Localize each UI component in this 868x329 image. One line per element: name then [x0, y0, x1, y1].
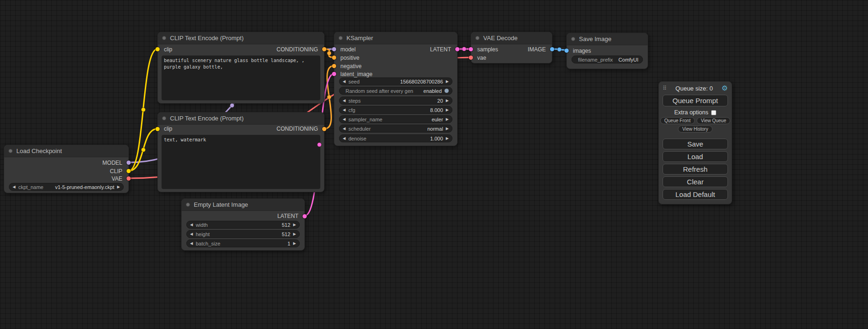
widget-random-seed-toggle[interactable]: Random seed after every gen enabled: [339, 87, 452, 95]
widget-seed[interactable]: ◀ seed 156680208700286 ▶: [339, 77, 452, 85]
widget-sampler-name[interactable]: ◀ sampler_name euler ▶: [339, 115, 452, 123]
input-dot-positive[interactable]: [332, 56, 336, 60]
output-dot-latent[interactable]: [303, 214, 307, 218]
input-dot-model[interactable]: [332, 47, 336, 51]
collapse-dot[interactable]: [186, 203, 190, 207]
widget-label: sampler_name: [348, 117, 382, 122]
collapse-dot[interactable]: [571, 37, 575, 41]
input-dot-clip[interactable]: [155, 47, 160, 51]
load-button[interactable]: Load: [663, 151, 728, 162]
clear-button[interactable]: Clear: [663, 176, 728, 187]
widget-cfg[interactable]: ◀ cfg 8.000 ▶: [339, 106, 452, 114]
increment-arrow-icon[interactable]: ▶: [446, 108, 449, 112]
widget-width[interactable]: ◀ width 512 ▶: [186, 221, 300, 229]
link-dot-clip-positive: [141, 108, 146, 112]
output-dot-clip[interactable]: [127, 169, 131, 173]
toggle-dot[interactable]: [445, 89, 449, 93]
node-title-bar[interactable]: CLIP Text Encode (Prompt): [158, 112, 324, 125]
load-default-button[interactable]: Load Default: [663, 189, 728, 200]
increment-arrow-icon[interactable]: ▶: [293, 232, 296, 236]
link-dot-model: [230, 104, 234, 108]
save-button[interactable]: Save: [663, 139, 728, 149]
menu-header: ⠿ Queue size: 0 ⚙: [659, 82, 732, 93]
output-slot-conditioning: CONDITIONING: [276, 46, 318, 53]
node-load-checkpoint[interactable]: Load Checkpoint MODEL CLIP VAE ◀ ckpt_na…: [4, 145, 129, 193]
widget-height[interactable]: ◀ height 512 ▶: [186, 230, 300, 238]
node-save-image[interactable]: Save Image images filename_prefix ComfyU…: [566, 33, 648, 69]
output-dot-conditioning[interactable]: [322, 47, 326, 51]
increment-arrow-icon[interactable]: ▶: [293, 242, 296, 245]
widget-label: seed: [348, 79, 360, 84]
extra-options-checkbox[interactable]: [711, 110, 716, 115]
output-dot-conditioning[interactable]: [322, 127, 326, 131]
node-empty-latent-image[interactable]: Empty Latent Image LATENT ◀ width 512 ▶ …: [181, 198, 305, 251]
increment-arrow-icon[interactable]: ▶: [446, 118, 449, 121]
queue-prompt-button[interactable]: Queue Prompt: [663, 95, 728, 106]
increment-arrow-icon[interactable]: ▶: [446, 99, 449, 103]
input-dot-latent-image[interactable]: [332, 72, 336, 76]
node-title-bar[interactable]: Load Checkpoint: [4, 145, 128, 157]
view-history-button[interactable]: View History: [678, 126, 712, 133]
decrement-arrow-icon[interactable]: ◀: [13, 185, 15, 189]
prompt-textarea[interactable]: beautiful scenery nature glass bottle la…: [162, 56, 320, 100]
collapse-dot[interactable]: [475, 36, 480, 40]
widget-batch-size[interactable]: ◀ batch_size 1 ▶: [186, 239, 300, 247]
input-dot-samples[interactable]: [469, 47, 473, 51]
output-dot-latent[interactable]: [455, 47, 459, 51]
input-dot-clip[interactable]: [155, 127, 160, 131]
decrement-arrow-icon[interactable]: ◀: [343, 118, 346, 121]
decrement-arrow-icon[interactable]: ◀: [190, 223, 193, 227]
output-dot-vae[interactable]: [127, 176, 131, 181]
widget-denoise[interactable]: ◀ denoise 1.000 ▶: [339, 134, 452, 142]
refresh-button[interactable]: Refresh: [663, 164, 728, 175]
decrement-arrow-icon[interactable]: ◀: [343, 137, 346, 140]
decrement-arrow-icon[interactable]: ◀: [190, 242, 193, 245]
decrement-arrow-icon[interactable]: ◀: [190, 232, 193, 236]
node-title-bar[interactable]: CLIP Text Encode (Prompt): [158, 32, 324, 44]
increment-arrow-icon[interactable]: ▶: [117, 185, 120, 189]
node-title-bar[interactable]: Save Image: [567, 33, 648, 45]
node-clip-text-encode-negative[interactable]: CLIP Text Encode (Prompt) clip CONDITION…: [157, 112, 325, 192]
queue-front-button[interactable]: Queue Front: [660, 117, 695, 124]
wire-clip-negative: [129, 129, 157, 171]
node-title-bar[interactable]: VAE Decode: [471, 32, 552, 44]
increment-arrow-icon[interactable]: ▶: [293, 223, 296, 227]
decrement-arrow-icon[interactable]: ◀: [343, 127, 346, 131]
collapse-dot[interactable]: [8, 149, 13, 153]
output-dot-image[interactable]: [550, 47, 554, 51]
output-slot-model: MODEL: [102, 160, 122, 166]
node-title-bar[interactable]: KSampler: [334, 32, 457, 44]
widget-scheduler[interactable]: ◀ scheduler normal ▶: [339, 125, 452, 133]
node-title: Save Image: [579, 35, 611, 42]
node-title-bar[interactable]: Empty Latent Image: [182, 199, 304, 211]
decrement-arrow-icon[interactable]: ◀: [343, 108, 346, 112]
collapse-dot[interactable]: [339, 36, 343, 40]
widget-label: width: [196, 222, 208, 228]
settings-gear-icon[interactable]: ⚙: [722, 84, 728, 92]
input-dot-negative[interactable]: [332, 64, 336, 68]
widget-filename-prefix[interactable]: filename_prefix ComfyUI: [572, 56, 643, 63]
widget-value: enabled: [423, 88, 442, 94]
view-queue-button[interactable]: View Queue: [697, 117, 730, 124]
decrement-arrow-icon[interactable]: ◀: [343, 80, 346, 84]
graph-canvas[interactable]: Load Checkpoint MODEL CLIP VAE ◀ ckpt_na…: [0, 0, 868, 329]
increment-arrow-icon[interactable]: ▶: [446, 127, 449, 131]
prompt-textarea[interactable]: text, watermark: [162, 135, 320, 189]
decrement-arrow-icon[interactable]: ◀: [343, 99, 346, 103]
input-dot-vae[interactable]: [469, 56, 473, 60]
widget-value: 512: [282, 222, 290, 228]
output-dot-model[interactable]: [127, 161, 131, 165]
collapse-dot[interactable]: [162, 36, 166, 40]
widget-value: euler: [431, 117, 443, 122]
increment-arrow-icon[interactable]: ▶: [446, 80, 449, 84]
queue-actions-row: Queue Front View Queue: [659, 117, 732, 124]
node-vae-decode[interactable]: VAE Decode samples vae IMAGE: [471, 32, 552, 63]
increment-arrow-icon[interactable]: ▶: [446, 137, 449, 140]
node-ksampler[interactable]: KSampler model positive negative latent_…: [334, 32, 458, 146]
widget-steps[interactable]: ◀ steps 20 ▶: [339, 97, 452, 105]
collapse-dot[interactable]: [162, 116, 166, 120]
input-dot-images[interactable]: [565, 49, 569, 53]
menu-drag-handle-icon[interactable]: ⠿: [663, 85, 667, 91]
node-clip-text-encode-positive[interactable]: CLIP Text Encode (Prompt) clip CONDITION…: [157, 32, 325, 104]
widget-ckpt-name[interactable]: ◀ ckpt_name v1-5-pruned-emaonly.ckpt ▶: [9, 183, 124, 191]
